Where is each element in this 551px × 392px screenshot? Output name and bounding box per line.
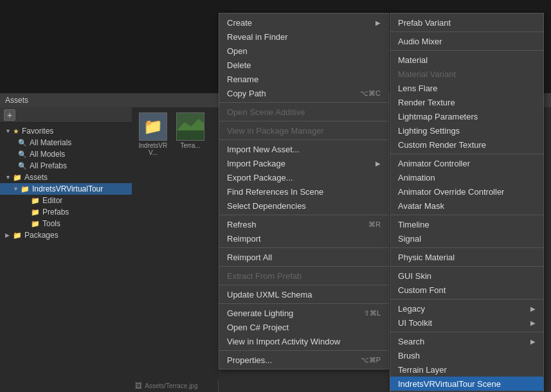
- menu-search[interactable]: Search ▶: [390, 334, 543, 348]
- menu-avatar-mask-label: Avatar Mask: [398, 201, 536, 211]
- packages-label: Packages: [24, 231, 59, 240]
- menu-material-variant-label: Material Variant: [398, 69, 536, 79]
- menu-reveal-finder[interactable]: Reveal in Finder: [219, 30, 388, 44]
- tools-label: Tools: [42, 219, 60, 228]
- asset-name-2: Terra...: [180, 142, 200, 149]
- sep-9: [219, 350, 388, 351]
- menu-import-package[interactable]: Import Package ▶: [219, 156, 388, 170]
- menu-ui-toolkit-label: UI Toolkit: [398, 318, 530, 328]
- menu-find-references[interactable]: Find References In Scene: [219, 184, 388, 199]
- menu-audio-mixer-label: Audio Mixer: [398, 37, 536, 46]
- asset-item-image[interactable]: Terra...: [174, 112, 206, 156]
- rsep-0: [390, 31, 543, 32]
- folder-icon-assets: 📁: [13, 174, 22, 182]
- menu-animator-controller[interactable]: Animator Controller: [390, 156, 543, 170]
- menu-copy-path-label: Copy Path: [227, 89, 347, 98]
- rsep-6: [390, 299, 543, 299]
- menu-physic-material-label: Physic Material: [398, 253, 536, 262]
- menu-physic-material[interactable]: Physic Material: [390, 250, 543, 264]
- search-icon-2: 🔍: [18, 150, 27, 159]
- menu-animator-override[interactable]: Animator Override Controller: [390, 184, 543, 199]
- menu-legacy[interactable]: Legacy ▶: [390, 301, 543, 316]
- indrets-label: IndretsVRVirtualTour: [32, 184, 103, 193]
- menu-custom-font-label: Custom Font: [398, 285, 536, 295]
- menu-brush[interactable]: Brush: [390, 348, 543, 362]
- menu-update-uxml[interactable]: Update UXML Schema: [219, 287, 388, 301]
- menu-copy-path[interactable]: Copy Path ⌥⌘C: [219, 86, 388, 100]
- menu-search-arrow: ▶: [530, 338, 536, 345]
- menu-import-new-asset[interactable]: Import New Asset...: [219, 142, 388, 156]
- menu-properties[interactable]: Properties... ⌥⌘P: [219, 353, 388, 367]
- add-button[interactable]: +: [4, 109, 15, 121]
- prefabs-label: Prefabs: [42, 208, 69, 217]
- menu-material-variant: Material Variant: [390, 67, 543, 81]
- menu-prefab-variant[interactable]: Prefab Variant: [390, 15, 543, 30]
- search-icon-1: 🔍: [18, 139, 27, 147]
- asset-items-container: 📁 IndretsVRV... Terra...: [137, 112, 213, 156]
- menu-generate-lighting-shortcut: ⇧⌘L: [364, 309, 381, 317]
- asset-item-folder[interactable]: 📁 IndretsVRV...: [137, 112, 169, 156]
- menu-find-references-label: Find References In Scene: [227, 187, 381, 197]
- menu-create[interactable]: Create ▶: [219, 15, 388, 30]
- menu-reimport[interactable]: Reimport: [219, 231, 388, 245]
- menu-material[interactable]: Material: [390, 53, 543, 67]
- menu-signal-label: Signal: [398, 234, 536, 244]
- all-materials-label: All Materials: [30, 138, 71, 147]
- menu-signal[interactable]: Signal: [390, 231, 543, 245]
- menu-animation[interactable]: Animation: [390, 170, 543, 184]
- assets-root-label: Assets: [24, 173, 48, 182]
- menu-ui-toolkit-arrow: ▶: [530, 319, 536, 326]
- menu-gui-skin[interactable]: GUI Skin: [390, 269, 543, 283]
- menu-update-uxml-label: Update UXML Schema: [227, 290, 381, 299]
- menu-create-label: Create: [227, 18, 375, 28]
- asset-path-label: 🖼 Assets/Terrace.jpg: [135, 382, 198, 389]
- menu-lighting-settings[interactable]: Lighting Settings: [390, 123, 543, 138]
- menu-avatar-mask[interactable]: Avatar Mask: [390, 199, 543, 213]
- menu-open-csharp[interactable]: Open C# Project: [219, 320, 388, 334]
- menu-view-import-activity[interactable]: View in Import Activity Window: [219, 334, 388, 348]
- menu-reimport-label: Reimport: [227, 234, 381, 244]
- menu-lightmap-params[interactable]: Lightmap Parameters: [390, 109, 543, 123]
- menu-legacy-label: Legacy: [398, 304, 530, 314]
- menu-view-package-label: View in Package Manager: [227, 126, 381, 136]
- all-models-label: All Models: [30, 150, 65, 159]
- menu-timeline[interactable]: Timeline: [390, 217, 543, 231]
- menu-ui-toolkit[interactable]: UI Toolkit ▶: [390, 316, 543, 330]
- menu-lightmap-params-label: Lightmap Parameters: [398, 112, 536, 121]
- menu-open[interactable]: Open: [219, 44, 388, 58]
- menu-indrets-scene[interactable]: IndretsVRVirtualTour Scene: [390, 377, 543, 391]
- assets-grid-label: Assets: [5, 96, 28, 105]
- menu-lens-flare-label: Lens Flare: [398, 84, 536, 93]
- menu-properties-shortcut: ⌥⌘P: [361, 356, 381, 364]
- context-menu-right: Prefab Variant Audio Mixer Material Mate…: [390, 13, 544, 392]
- menu-select-dependencies[interactable]: Select Dependencies: [219, 199, 388, 213]
- sep-4: [219, 215, 388, 215]
- menu-reimport-all[interactable]: Reimport All: [219, 250, 388, 264]
- menu-rename-label: Rename: [227, 75, 381, 84]
- menu-refresh-shortcut: ⌘R: [368, 220, 381, 229]
- menu-generate-lighting[interactable]: Generate Lighting ⇧⌘L: [219, 306, 388, 320]
- menu-audio-mixer[interactable]: Audio Mixer: [390, 34, 543, 48]
- image-thumb: [176, 112, 204, 141]
- menu-refresh[interactable]: Refresh ⌘R: [219, 217, 388, 231]
- context-menu-left: Create ▶ Reveal in Finder Open Delete Re…: [219, 13, 389, 370]
- menu-properties-label: Properties...: [227, 355, 348, 365]
- rsep-1: [390, 50, 543, 51]
- rsep-2: [390, 154, 543, 154]
- menu-import-package-label: Import Package: [227, 159, 375, 168]
- menu-custom-font[interactable]: Custom Font: [390, 283, 543, 297]
- menu-prefab-variant-label: Prefab Variant: [398, 18, 536, 28]
- menu-render-texture[interactable]: Render Texture: [390, 95, 543, 109]
- folder-icon-prefabs: 📁: [31, 208, 40, 217]
- menu-rename[interactable]: Rename: [219, 72, 388, 86]
- menu-delete[interactable]: Delete: [219, 58, 388, 72]
- menu-reimport-all-label: Reimport All: [227, 253, 381, 262]
- menu-lens-flare[interactable]: Lens Flare: [390, 81, 543, 95]
- menu-custom-render-texture[interactable]: Custom Render Texture: [390, 138, 543, 152]
- menu-export-package[interactable]: Export Package...: [219, 170, 388, 184]
- menu-terrain-layer[interactable]: Terrain Layer: [390, 362, 543, 377]
- menu-timeline-label: Timeline: [398, 220, 536, 229]
- menu-material-label: Material: [398, 55, 536, 65]
- menu-animation-label: Animation: [398, 173, 536, 183]
- menu-gui-skin-label: GUI Skin: [398, 271, 536, 281]
